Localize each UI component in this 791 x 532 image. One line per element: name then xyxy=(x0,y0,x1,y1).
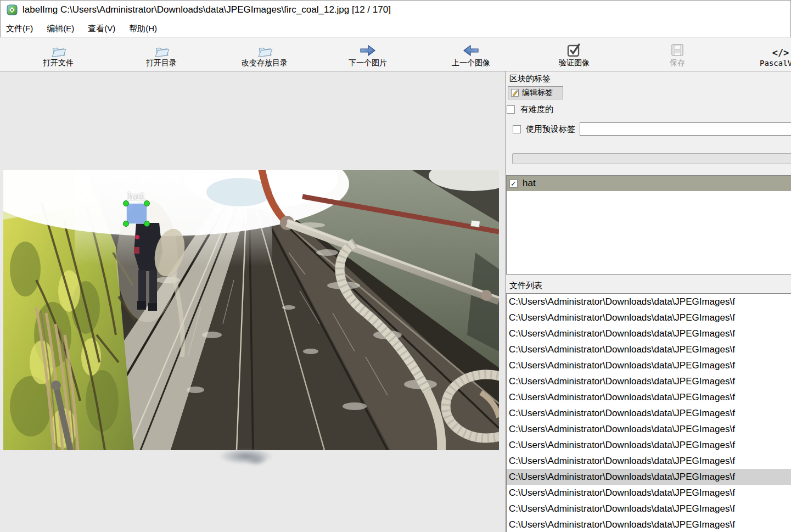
difficult-checkbox[interactable] xyxy=(507,105,515,114)
file-list-item[interactable]: C:\Users\Administrator\Downloads\data\JP… xyxy=(507,341,791,357)
bbox-handle-bottomleft[interactable] xyxy=(123,221,129,227)
difficult-row: 有难度的 xyxy=(507,104,553,115)
tool-label: 上一个图像 xyxy=(452,58,490,68)
code-icon: </> xyxy=(772,42,789,58)
file-list-item[interactable]: C:\Users\Administrator\Downloads\data\JP… xyxy=(507,389,791,405)
file-list-item[interactable]: C:\Users\Administrator\Downloads\data\JP… xyxy=(507,517,791,532)
file-list-item[interactable]: C:\Users\Administrator\Downloads\data\JP… xyxy=(507,469,791,485)
default-label-input[interactable] xyxy=(580,122,791,136)
edit-label-button[interactable]: 编辑标签 xyxy=(508,86,563,99)
window-title: labelImg C:\Users\Administrator\Download… xyxy=(23,4,391,15)
use-default-label-checkbox[interactable] xyxy=(513,125,521,133)
file-list-item[interactable]: C:\Users\Administrator\Downloads\data\JP… xyxy=(507,501,791,517)
difficult-label: 有难度的 xyxy=(520,104,553,115)
pencil-icon xyxy=(510,88,519,97)
save-button[interactable]: 保存 xyxy=(626,38,729,71)
labelimg-window: labelImg C:\Users\Administrator\Download… xyxy=(0,0,791,532)
menu-file[interactable]: 文件(F) xyxy=(1,21,38,36)
file-list-item[interactable]: C:\Users\Administrator\Downloads\data\JP… xyxy=(507,357,791,373)
folder-open-icon xyxy=(153,41,170,58)
file-list-item[interactable]: C:\Users\Administrator\Downloads\data\JP… xyxy=(507,310,791,326)
tool-label: 下一个图片 xyxy=(349,58,387,68)
side-panel: 区块的标签 编辑标签 有难度的 使用预设标签 xyxy=(505,71,791,532)
bbox-handle-topright[interactable] xyxy=(144,200,150,206)
file-list-item[interactable]: C:\Users\Administrator\Downloads\data\JP… xyxy=(507,373,791,389)
bbox-handle-topleft[interactable] xyxy=(123,200,129,206)
tool-label: 验证图像 xyxy=(559,58,590,68)
label-name: hat xyxy=(523,178,536,189)
folder-open-icon xyxy=(256,41,273,58)
arrow-right-icon xyxy=(359,41,377,58)
app-icon xyxy=(7,4,18,15)
use-default-label-text: 使用预设标签 xyxy=(526,124,575,135)
use-default-label-row: 使用预设标签 xyxy=(513,124,575,135)
tool-label: 打开文件 xyxy=(43,58,74,68)
tool-label: 保存 xyxy=(670,58,685,68)
open-file-button[interactable]: 打开文件 xyxy=(7,38,110,71)
file-list-item[interactable]: C:\Users\Administrator\Downloads\data\JP… xyxy=(507,294,791,310)
mine-tunnel-photo xyxy=(3,170,499,450)
menu-help[interactable]: 帮助(H) xyxy=(124,21,162,36)
file-list-item[interactable]: C:\Users\Administrator\Downloads\data\JP… xyxy=(507,405,791,421)
file-list-item[interactable]: C:\Users\Administrator\Downloads\data\JP… xyxy=(507,485,791,501)
menu-view[interactable]: 查看(V) xyxy=(83,21,120,36)
annotated-image[interactable]: hat xyxy=(3,170,499,450)
verify-image-button[interactable]: 验证图像 xyxy=(523,38,626,71)
tool-label: PascalVOC xyxy=(760,59,791,68)
file-list-item[interactable]: C:\Users\Administrator\Downloads\data\JP… xyxy=(507,421,791,437)
toolbar: 打开文件 打开目录 xyxy=(0,37,791,71)
next-image-button[interactable]: 下一个图片 xyxy=(316,38,419,71)
open-dir-button[interactable]: 打开目录 xyxy=(110,38,213,71)
tool-label: 打开目录 xyxy=(146,58,177,68)
label-visibility-checkbox[interactable] xyxy=(509,180,518,188)
change-save-dir-button[interactable]: 改变存放目录 xyxy=(213,38,316,71)
verify-check-icon xyxy=(566,41,582,58)
file-list-dock-title: 文件列表 xyxy=(509,281,542,291)
arrow-left-icon xyxy=(462,41,480,58)
menu-bar: 文件(F) 编辑(E) 查看(V) 帮助(H) xyxy=(0,20,791,37)
label-combobox[interactable] xyxy=(512,153,791,164)
file-list[interactable]: C:\Users\Administrator\Downloads\data\JP… xyxy=(506,293,791,532)
label-list-item-hat[interactable]: hat xyxy=(507,176,791,191)
drawing-vertex-dot xyxy=(135,235,139,239)
annotation-label: hat xyxy=(127,190,144,202)
image-edge-smudge xyxy=(245,454,267,466)
file-list-item[interactable]: C:\Users\Administrator\Downloads\data\JP… xyxy=(507,326,791,341)
box-labels-dock-title: 区块的标签 xyxy=(509,74,551,84)
file-list-item[interactable]: C:\Users\Administrator\Downloads\data\JP… xyxy=(507,453,791,469)
format-pascalvoc-button[interactable]: </> PascalVOC xyxy=(729,38,791,71)
box-label-list[interactable]: hat xyxy=(506,175,791,275)
prev-image-button[interactable]: 上一个图像 xyxy=(419,38,523,71)
title-bar: labelImg C:\Users\Administrator\Download… xyxy=(0,0,791,20)
bbox-handle-bottomright[interactable] xyxy=(144,221,150,227)
menu-edit[interactable]: 编辑(E) xyxy=(42,21,79,36)
folder-open-icon xyxy=(49,41,67,58)
image-canvas[interactable]: hat xyxy=(0,71,505,532)
file-list-item[interactable]: C:\Users\Administrator\Downloads\data\JP… xyxy=(507,437,791,453)
save-floppy-icon xyxy=(670,41,685,58)
annotation-bbox[interactable] xyxy=(126,203,147,224)
edit-label-button-text: 编辑标签 xyxy=(522,88,553,98)
tool-label: 改变存放目录 xyxy=(242,58,288,68)
